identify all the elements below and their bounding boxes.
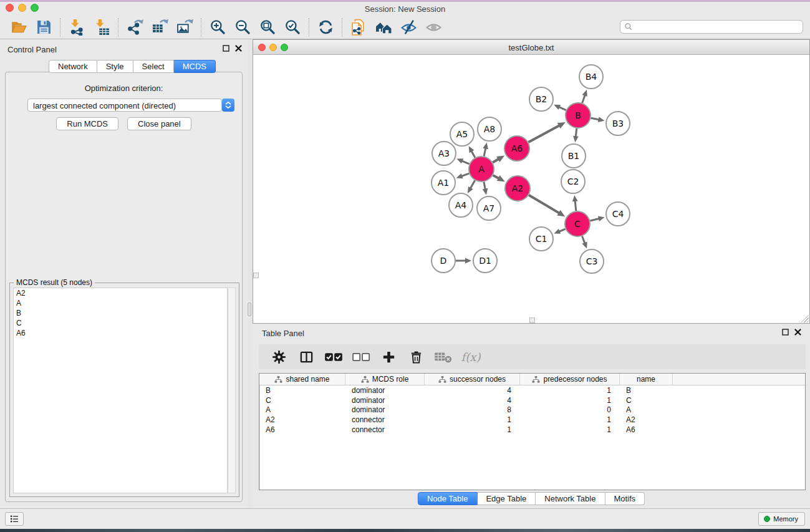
edge-C-C4[interactable]	[590, 218, 599, 221]
export-network-button[interactable]	[122, 17, 147, 37]
close-panel-icon[interactable]	[235, 45, 242, 52]
new-network-from-selection-button[interactable]	[346, 17, 371, 37]
edge-A-A4[interactable]	[470, 180, 475, 189]
export-table-button[interactable]	[147, 17, 172, 37]
column-layout-button[interactable]	[295, 347, 317, 367]
result-list-scrollbar[interactable]	[228, 288, 236, 493]
float-table-panel-icon[interactable]	[782, 329, 789, 336]
first-neighbors-button[interactable]	[371, 17, 396, 37]
table-tab-motifs[interactable]: Motifs	[605, 492, 645, 505]
edge-A2-C[interactable]	[529, 195, 560, 213]
table-cell[interactable]: A2	[620, 415, 673, 424]
add-column-button[interactable]	[377, 347, 400, 367]
open-file-button[interactable]	[6, 17, 31, 37]
hide-selected-button[interactable]	[396, 17, 421, 37]
network-canvas[interactable]: B4B2BB3A5A8A6A3B1AA1C2A2A4A7C4CC1C3DD1	[253, 56, 809, 323]
table-cell[interactable]: connector	[345, 425, 425, 434]
optimization-criterion-select[interactable]: largest connected component (directed)	[27, 99, 222, 112]
column-header-shared-name[interactable]: shared name	[259, 374, 345, 385]
network-graph[interactable]: B4B2BB3A5A8A6A3B1AA1C2A2A4A7C4CC1C3DD1	[253, 56, 809, 324]
tab-mcds[interactable]: MCDS	[174, 60, 216, 73]
table-settings-button[interactable]	[268, 347, 290, 367]
table-cell[interactable]: 1	[425, 425, 520, 434]
table-row[interactable]: Adominator80A	[259, 405, 805, 415]
table-cell[interactable]: A6	[620, 425, 673, 434]
edge-B-B4[interactable]	[582, 94, 586, 103]
column-header-name[interactable]: name	[620, 374, 673, 385]
table-tab-edge-table[interactable]: Edge Table	[477, 492, 536, 505]
refresh-layout-button[interactable]	[313, 17, 338, 37]
tab-select[interactable]: Select	[133, 60, 174, 73]
edge-A6-B[interactable]	[528, 125, 560, 142]
table-cell[interactable]: 1	[520, 425, 620, 434]
table-cell[interactable]: 1	[425, 415, 520, 424]
table-tab-node-table[interactable]: Node Table	[418, 492, 478, 505]
zoom-fit-button[interactable]	[255, 17, 280, 37]
select-all-columns-button[interactable]	[322, 347, 345, 367]
column-header-successor-nodes[interactable]: successor nodes	[425, 374, 520, 385]
run-mcds-button[interactable]: Run MCDS	[56, 117, 118, 130]
table-tab-network-table[interactable]: Network Table	[536, 492, 605, 505]
delete-column-button[interactable]	[405, 347, 427, 367]
table-cell[interactable]: 1	[520, 386, 620, 395]
column-header-predecessor-nodes[interactable]: predecessor nodes	[520, 374, 620, 385]
import-network-button[interactable]	[64, 17, 89, 37]
table-cell[interactable]: connector	[345, 415, 425, 424]
search-input[interactable]	[633, 21, 803, 32]
mcds-result-item[interactable]: A2	[14, 288, 227, 298]
table-cell[interactable]: 1	[520, 415, 620, 424]
save-session-button[interactable]	[31, 17, 56, 37]
table-cell[interactable]: C	[620, 396, 673, 405]
table-row[interactable]: Cdominator41C	[259, 395, 805, 405]
table-cell[interactable]: A6	[259, 425, 345, 434]
table-cell[interactable]: 4	[425, 396, 520, 405]
edge-B-B2[interactable]	[558, 107, 566, 110]
table-cell[interactable]: B	[259, 386, 345, 395]
edge-A-A8[interactable]	[484, 147, 486, 156]
table-row[interactable]: A2connector11A2	[259, 415, 805, 425]
show-all-button[interactable]	[421, 17, 446, 37]
edge-B-B1[interactable]	[576, 128, 577, 137]
tab-style[interactable]: Style	[97, 60, 133, 73]
column-header-MCDS-role[interactable]: MCDS role	[345, 374, 425, 385]
export-image-button[interactable]	[172, 17, 197, 37]
mcds-result-item[interactable]: A	[14, 298, 227, 308]
panel-divider-handle[interactable]	[248, 302, 251, 316]
horizontal-scroll-indicator[interactable]	[529, 317, 535, 323]
table-cell[interactable]: dominator	[345, 405, 425, 414]
table-cell[interactable]: B	[620, 386, 673, 395]
delete-table-button[interactable]	[432, 347, 455, 367]
table-row[interactable]: Bdominator41B	[259, 385, 805, 395]
mcds-result-item[interactable]: B	[14, 308, 227, 318]
table-cell[interactable]: 1	[520, 396, 620, 405]
edge-B-B3[interactable]	[591, 118, 600, 120]
zoom-out-button[interactable]	[230, 17, 255, 37]
table-row[interactable]: A6connector11A6	[259, 425, 805, 435]
close-table-panel-icon[interactable]	[794, 329, 801, 336]
table-cell[interactable]: dominator	[345, 386, 425, 395]
zoom-selected-button[interactable]	[280, 17, 305, 37]
resize-grip[interactable]	[800, 314, 809, 322]
table-cell[interactable]: A	[259, 405, 345, 414]
edge-A-A1[interactable]	[461, 173, 469, 177]
vertical-scroll-indicator[interactable]	[253, 273, 259, 278]
float-panel-icon[interactable]	[223, 45, 229, 52]
table-cell[interactable]: C	[259, 396, 345, 405]
table-cell[interactable]: A	[620, 405, 673, 414]
table-cell[interactable]: A2	[259, 415, 345, 424]
table-cell[interactable]: dominator	[345, 396, 425, 405]
task-history-button[interactable]	[5, 512, 24, 526]
deselect-all-columns-button[interactable]	[350, 347, 372, 367]
search-box[interactable]	[620, 20, 803, 34]
table-cell[interactable]: 8	[425, 405, 520, 414]
tab-network[interactable]: Network	[49, 60, 97, 73]
edge-A-A3[interactable]	[461, 161, 470, 164]
table-cell[interactable]: 4	[425, 386, 520, 395]
mcds-result-item[interactable]: C	[14, 318, 227, 328]
edge-C-C2[interactable]	[575, 200, 576, 211]
mcds-result-item[interactable]: A6	[14, 328, 227, 338]
memory-button[interactable]: Memory	[758, 512, 805, 526]
import-table-button[interactable]	[89, 17, 114, 37]
zoom-in-button[interactable]	[205, 17, 230, 37]
close-panel-button[interactable]: Close panel	[127, 117, 191, 130]
